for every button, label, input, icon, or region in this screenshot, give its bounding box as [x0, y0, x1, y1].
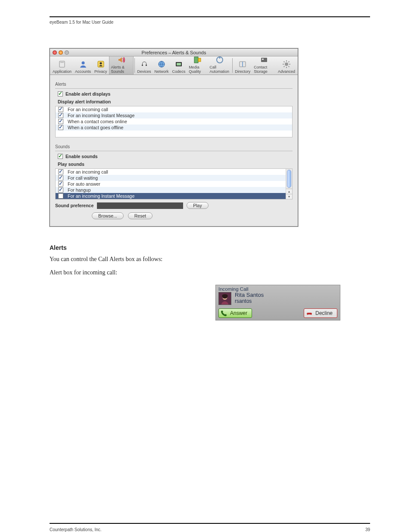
section-text: Alerts You can control the Call Alerts b… [50, 244, 370, 277]
sound-item-label: For auto answer [68, 181, 100, 187]
section-p2: Alert box for incoming call: [50, 268, 370, 277]
page-header-left: eyeBeam 1.5 for Mac User Guide [50, 20, 113, 25]
decline-label: Decline [315, 310, 333, 316]
storage-icon [260, 56, 268, 64]
answer-button[interactable]: Answer [218, 308, 252, 318]
alerts-icon [117, 56, 125, 64]
decline-button[interactable]: Decline [304, 308, 337, 318]
sound-item-label: For an incoming call [68, 169, 108, 174]
avatar [218, 292, 231, 305]
sounds-list: For an incoming call For call waiting Fo… [55, 168, 293, 199]
alert-contact-user: rsantos [235, 299, 264, 305]
enable-alerts-checkbox[interactable] [58, 91, 63, 96]
alert-item-checkbox[interactable] [58, 107, 63, 112]
scrollbar[interactable]: ▴ ▾ [286, 169, 292, 199]
tab-directory[interactable]: Directory [233, 56, 252, 75]
privacy-icon [97, 60, 105, 68]
enable-alerts-label: Enable alert displays [65, 91, 110, 96]
page-top-rule [50, 16, 370, 17]
alert-item-label: When a contact comes online [68, 119, 127, 124]
svg-point-2 [81, 62, 84, 65]
answer-label: Answer [230, 310, 247, 316]
svg-rect-7 [177, 63, 181, 65]
tab-label: Codecs [172, 69, 186, 74]
play-sounds-heading: Play sounds [58, 162, 293, 167]
reset-button[interactable]: Reset [128, 212, 153, 219]
devices-icon [140, 60, 149, 68]
play-button[interactable]: Play [187, 202, 208, 209]
phone-decline-icon [306, 310, 313, 317]
tab-alerts-sounds[interactable]: Alerts & Sounds [109, 56, 134, 75]
sound-item-checkbox[interactable] [58, 175, 63, 180]
sound-item-checkbox[interactable] [58, 187, 63, 193]
tab-accounts[interactable]: Accounts [73, 56, 93, 75]
rule [55, 151, 293, 151]
alert-item-label: When a contact goes offline [68, 125, 123, 130]
alert-contact-name: Rita Santos [235, 292, 264, 299]
tab-label: Contact Storage [254, 65, 274, 74]
sounds-group-label: Sounds [55, 144, 293, 149]
tab-advanced[interactable]: Advanced [276, 56, 297, 75]
prefs-toolbar: Application Accounts Privacy Alerts & So… [50, 56, 298, 75]
tab-devices[interactable]: Devices [136, 56, 153, 75]
section-p1: You can control the Call Alerts box as f… [50, 255, 370, 264]
tab-media-quality[interactable]: Media Quality [187, 56, 208, 75]
alert-item-checkbox[interactable] [58, 119, 63, 124]
enable-sounds-checkbox[interactable] [58, 154, 63, 159]
sound-preference-value [97, 202, 183, 209]
sound-preference-label: Sound preference [55, 203, 93, 208]
page-header: eyeBeam 1.5 for Mac User Guide [50, 20, 370, 25]
svg-line-22 [283, 66, 284, 67]
sound-item-checkbox[interactable] [58, 181, 63, 187]
tab-contact-storage[interactable]: Contact Storage [252, 56, 276, 75]
toolbar-separator [232, 58, 233, 73]
page-footer: Counterpath Solutions, Inc. 39 [50, 527, 370, 532]
svg-line-20 [283, 62, 284, 62]
footer-right: 39 [365, 527, 370, 532]
tab-label: Network [155, 69, 169, 74]
preferences-window: Preferences – Alerts & Sounds Applicatio… [50, 48, 298, 227]
incoming-call-alert: Incoming Call Rita Santos rsantos Answer [215, 285, 340, 320]
svg-point-4 [100, 62, 102, 65]
alert-item-checkbox[interactable] [58, 125, 63, 130]
sound-item-checkbox[interactable] [58, 169, 63, 174]
accounts-icon [79, 60, 87, 68]
scroll-thumb[interactable] [287, 170, 291, 188]
titlebar: Preferences – Alerts & Sounds [50, 49, 298, 56]
tab-label: Application [53, 69, 72, 74]
browse-button[interactable]: Browse... [92, 212, 124, 219]
alert-contact-row: Rita Santos rsantos [216, 292, 340, 307]
footer-left: Counterpath Solutions, Inc. [50, 527, 102, 532]
media-quality-icon [193, 56, 202, 64]
svg-line-21 [288, 66, 289, 67]
tab-label: Privacy [94, 69, 107, 74]
sound-item-label: For an incoming Instant Message [68, 193, 134, 199]
tab-codecs[interactable]: Codecs [171, 56, 187, 75]
automation-icon [215, 56, 224, 64]
sound-item-label: For call waiting [68, 175, 98, 180]
scroll-up-icon[interactable]: ▴ [286, 189, 292, 194]
sound-preference-row: Sound preference Play [55, 202, 293, 209]
tab-label: Call Automation [209, 65, 229, 74]
window-title: Preferences – Alerts & Sounds [50, 50, 298, 55]
alert-item-checkbox[interactable] [58, 113, 63, 118]
toolbar-separator [134, 58, 135, 73]
codecs-icon [174, 60, 183, 68]
sound-item-checkbox[interactable] [58, 193, 63, 199]
tab-network[interactable]: Network [153, 56, 171, 75]
tab-call-automation[interactable]: Call Automation [208, 56, 231, 75]
display-alert-heading: Display alert information [58, 99, 293, 104]
application-icon [58, 60, 66, 68]
network-icon [157, 60, 166, 68]
alerts-group-label: Alerts [55, 82, 293, 87]
alert-item-label: For an incoming Instant Message [68, 113, 134, 118]
scroll-down-icon[interactable]: ▾ [286, 194, 292, 199]
tab-application[interactable]: Application [51, 56, 73, 75]
tab-label: Media Quality [189, 65, 206, 74]
tab-label: Accounts [75, 69, 91, 74]
tab-privacy[interactable]: Privacy [93, 56, 109, 75]
alert-item-label: For an incoming call [68, 107, 108, 112]
directory-icon [238, 60, 247, 68]
svg-rect-14 [262, 59, 264, 60]
svg-rect-1 [60, 62, 64, 63]
